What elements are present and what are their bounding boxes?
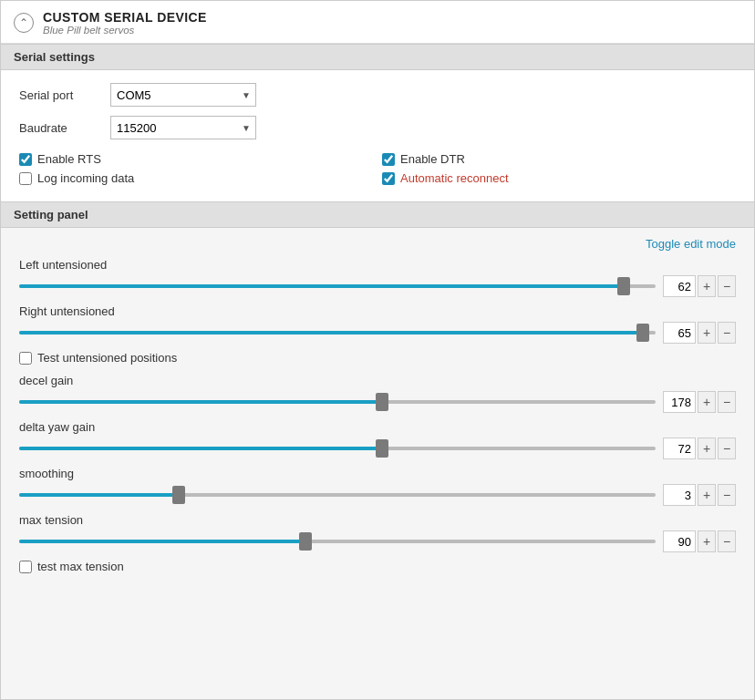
test-max-tension-row: test max tension (19, 560, 736, 573)
right-untensioned-row: + − (19, 322, 736, 344)
left-untensioned-value-box: + − (663, 275, 736, 297)
max-tension-thumb[interactable] (299, 532, 312, 551)
delta-yaw-gain-value-box: + − (663, 438, 736, 459)
auto-reconnect-checkbox[interactable] (382, 172, 395, 185)
toggle-edit-link[interactable]: Toggle edit mode (646, 237, 736, 251)
serial-settings-section-header: Serial settings (1, 44, 754, 70)
max-tension-bg (19, 540, 656, 543)
delta-yaw-gain-fill (19, 447, 382, 450)
max-tension-label: max tension (19, 513, 736, 527)
delta-yaw-gain-section: delta yaw gain + − (19, 420, 736, 459)
left-untensioned-section: Left untensioned + − (19, 258, 736, 297)
smoothing-increment[interactable]: + (698, 484, 716, 506)
left-untensioned-thumb[interactable] (617, 277, 630, 295)
decel-gain-track[interactable] (19, 393, 656, 411)
left-untensioned-input[interactable] (663, 275, 696, 297)
max-tension-section: max tension + − (19, 513, 736, 552)
baudrate-row: Baudrate 115200 9600 19200 38400 57600 2… (19, 116, 736, 139)
auto-reconnect-item: Automatic reconnect (382, 171, 736, 185)
max-tension-decrement[interactable]: − (718, 530, 736, 552)
decel-gain-row: + − (19, 391, 736, 413)
log-incoming-item: Log incoming data (19, 171, 373, 185)
serial-port-label: Serial port (19, 88, 101, 102)
serial-settings-body: Serial port COM5 COM1 COM2 COM3 COM4 COM… (1, 70, 754, 201)
checkbox-grid: Enable RTS Enable DTR Log incoming data … (19, 149, 736, 189)
decel-gain-input[interactable] (663, 391, 696, 413)
test-untensioned-label: Test untensioned positions (37, 351, 177, 365)
right-untensioned-decrement[interactable]: − (718, 322, 736, 344)
toggle-edit-row: Toggle edit mode (19, 237, 736, 251)
chevron-up-icon: ⌃ (19, 17, 28, 28)
serial-port-select[interactable]: COM5 COM1 COM2 COM3 COM4 COM6 (110, 83, 256, 107)
smoothing-bg (19, 493, 656, 497)
header-text: CUSTOM SERIAL DEVICE Blue Pill belt serv… (43, 10, 207, 36)
delta-yaw-gain-label: delta yaw gain (19, 420, 736, 434)
enable-rts-label: Enable RTS (37, 152, 101, 166)
left-untensioned-increment[interactable]: + (698, 275, 716, 297)
left-untensioned-track[interactable] (19, 277, 656, 295)
decel-gain-decrement[interactable]: − (718, 391, 736, 413)
delta-yaw-gain-input[interactable] (663, 438, 696, 459)
enable-rts-item: Enable RTS (19, 152, 373, 166)
left-untensioned-row: + − (19, 275, 736, 297)
right-untensioned-fill (19, 331, 643, 335)
decel-gain-thumb[interactable] (376, 393, 388, 411)
right-untensioned-section: Right untensioned + − (19, 304, 736, 344)
baudrate-dropdown-wrapper: 115200 9600 19200 38400 57600 230400 ▼ (110, 116, 256, 139)
right-untensioned-bg (19, 331, 656, 335)
delta-yaw-gain-bg (19, 447, 656, 450)
smoothing-input[interactable] (663, 484, 696, 506)
enable-rts-checkbox[interactable] (19, 153, 32, 166)
smoothing-thumb[interactable] (172, 486, 185, 504)
smoothing-fill (19, 493, 179, 497)
max-tension-value-box: + − (663, 530, 736, 552)
max-tension-increment[interactable]: + (698, 530, 716, 552)
enable-dtr-checkbox[interactable] (382, 153, 395, 166)
right-untensioned-value-box: + − (663, 322, 736, 344)
decel-gain-increment[interactable]: + (698, 391, 716, 413)
log-incoming-checkbox[interactable] (19, 172, 32, 185)
decel-gain-value-box: + − (663, 391, 736, 413)
enable-dtr-item: Enable DTR (382, 152, 736, 166)
test-max-tension-label: test max tension (37, 560, 124, 573)
max-tension-row: + − (19, 530, 736, 552)
smoothing-decrement[interactable]: − (718, 484, 736, 506)
right-untensioned-input[interactable] (663, 322, 696, 344)
delta-yaw-gain-decrement[interactable]: − (718, 438, 736, 459)
max-tension-track[interactable] (19, 532, 656, 551)
log-incoming-label: Log incoming data (37, 171, 134, 185)
smoothing-value-box: + − (663, 484, 736, 506)
max-tension-input[interactable] (663, 530, 696, 552)
right-untensioned-label: Right untensioned (19, 304, 736, 318)
baudrate-select[interactable]: 115200 9600 19200 38400 57600 230400 (110, 116, 256, 139)
auto-reconnect-label: Automatic reconnect (400, 171, 509, 185)
decel-gain-fill (19, 400, 382, 404)
enable-dtr-label: Enable DTR (400, 152, 465, 166)
collapse-button[interactable]: ⌃ (14, 13, 34, 33)
setting-panel-body: Toggle edit mode Left untensioned + − (1, 228, 754, 597)
smoothing-section: smoothing + − (19, 467, 736, 506)
left-untensioned-decrement[interactable]: − (718, 275, 736, 297)
delta-yaw-gain-track[interactable] (19, 439, 656, 458)
left-untensioned-fill (19, 284, 624, 288)
smoothing-label: smoothing (19, 467, 736, 480)
device-subtitle: Blue Pill belt servos (43, 25, 207, 36)
right-untensioned-increment[interactable]: + (698, 322, 716, 344)
baudrate-label: Baudrate (19, 121, 101, 135)
max-tension-fill (19, 540, 305, 543)
main-container: ⌃ CUSTOM SERIAL DEVICE Blue Pill belt se… (0, 0, 755, 700)
right-untensioned-thumb[interactable] (636, 324, 649, 342)
decel-gain-label: decel gain (19, 374, 736, 387)
right-untensioned-track[interactable] (19, 324, 656, 342)
test-max-tension-checkbox[interactable] (19, 561, 32, 573)
decel-gain-section: decel gain + − (19, 374, 736, 413)
header: ⌃ CUSTOM SERIAL DEVICE Blue Pill belt se… (1, 1, 754, 44)
test-untensioned-checkbox[interactable] (19, 352, 32, 365)
delta-yaw-gain-thumb[interactable] (376, 439, 388, 458)
delta-yaw-gain-increment[interactable]: + (698, 438, 716, 459)
serial-port-row: Serial port COM5 COM1 COM2 COM3 COM4 COM… (19, 83, 736, 107)
smoothing-track[interactable] (19, 486, 656, 504)
delta-yaw-gain-row: + − (19, 438, 736, 459)
left-untensioned-bg (19, 284, 656, 288)
device-title: CUSTOM SERIAL DEVICE (43, 10, 207, 25)
